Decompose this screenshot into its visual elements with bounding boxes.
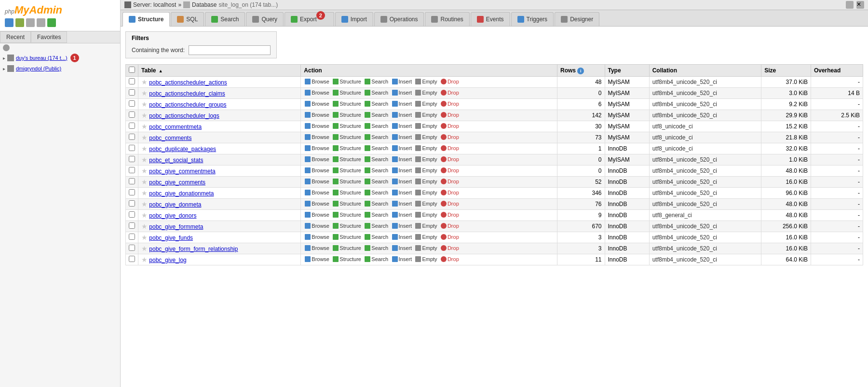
tab-sql[interactable]: SQL [171,12,204,26]
structure-link-5[interactable]: Structure [332,134,362,140]
tab-query[interactable]: Query [246,12,284,26]
table-sort-icon[interactable]: ▲ [159,69,163,73]
table-name-link-13[interactable]: pobc_give_formmeta [149,223,203,230]
sidebar-db-item-1[interactable]: ▸ dmigryndol (Public) [0,64,120,73]
structure-link-13[interactable]: Structure [332,222,362,229]
browse-link-2[interactable]: Browse [304,100,330,107]
drop-link-14[interactable]: Drop [440,234,460,240]
drop-link-0[interactable]: Drop [440,78,460,85]
empty-link-8[interactable]: Empty [414,167,438,174]
search-link-8[interactable]: Search [364,167,389,174]
drop-link-5[interactable]: Drop [440,134,460,140]
insert-link-1[interactable]: Insert [391,89,413,96]
table-name-link-6[interactable]: pobc_duplicate_packages [149,146,216,152]
structure-link-6[interactable]: Structure [332,145,362,152]
row-checkbox-10[interactable] [129,189,135,195]
drop-link-15[interactable]: Drop [440,245,460,251]
select-all-checkbox[interactable] [129,67,135,73]
settings-icon[interactable] [37,18,45,27]
sidebar-db-item-0[interactable]: ▸ duy's bureau (174 t...) 1 [0,52,120,64]
row-checkbox-16[interactable] [129,256,135,262]
drop-link-12[interactable]: Drop [440,211,460,218]
row-checkbox-9[interactable] [129,178,135,184]
structure-link-4[interactable]: Structure [332,123,362,129]
insert-link-2[interactable]: Insert [391,100,413,107]
insert-link-0[interactable]: Insert [391,78,413,85]
favorites-tab[interactable]: Favorites [31,31,67,43]
settings-gear-icon[interactable] [846,1,854,9]
insert-link-7[interactable]: Insert [391,156,413,163]
empty-link-3[interactable]: Empty [414,111,438,118]
star-icon-5[interactable]: ★ [141,134,148,141]
drop-link-6[interactable]: Drop [440,145,460,152]
search-link-3[interactable]: Search [364,111,389,118]
insert-link-10[interactable]: Insert [391,189,413,196]
table-name-link-10[interactable]: pobc_give_donationmeta [149,190,214,197]
rows-info-icon[interactable]: i [577,68,584,74]
home-icon[interactable] [5,18,14,27]
sidebar-db-label-1[interactable]: dmigryndol (Public) [16,66,61,71]
structure-link-12[interactable]: Structure [332,211,362,218]
plugins-icon[interactable] [47,18,56,27]
tab-operations[interactable]: Operations [374,12,424,26]
empty-link-15[interactable]: Empty [414,245,438,251]
browse-link-6[interactable]: Browse [304,145,330,152]
browse-link-9[interactable]: Browse [304,178,330,185]
row-checkbox-5[interactable] [129,134,135,140]
star-icon-9[interactable]: ★ [141,178,148,186]
search-link-11[interactable]: Search [364,200,389,207]
search-link-6[interactable]: Search [364,145,389,152]
search-link-4[interactable]: Search [364,123,389,129]
browse-link-1[interactable]: Browse [304,89,330,96]
star-icon-7[interactable]: ★ [141,156,148,164]
empty-link-0[interactable]: Empty [414,78,438,85]
structure-link-2[interactable]: Structure [332,100,362,107]
empty-link-13[interactable]: Empty [414,222,438,229]
table-name-link-0[interactable]: pobc_actionscheduler_actions [149,79,227,86]
row-checkbox-6[interactable] [129,145,135,151]
browse-link-4[interactable]: Browse [304,123,330,129]
table-name-link-5[interactable]: pobc_comments [149,135,191,141]
row-checkbox-0[interactable] [129,78,135,84]
insert-link-8[interactable]: Insert [391,167,413,174]
row-checkbox-7[interactable] [129,156,135,162]
search-link-1[interactable]: Search [364,89,389,96]
browse-link-12[interactable]: Browse [304,211,330,218]
structure-link-8[interactable]: Structure [332,167,362,174]
row-checkbox-2[interactable] [129,100,135,107]
table-name-link-7[interactable]: pobc_et_social_stats [149,157,203,164]
tab-search[interactable]: Search [205,12,245,26]
star-icon-3[interactable]: ★ [141,111,148,119]
insert-link-9[interactable]: Insert [391,178,413,185]
table-name-link-8[interactable]: pobc_give_commentmeta [149,168,215,175]
empty-link-7[interactable]: Empty [414,156,438,163]
structure-link-10[interactable]: Structure [332,189,362,196]
table-name-link-15[interactable]: pobc_give_form_form_relationship [149,246,238,252]
empty-link-16[interactable]: Empty [414,256,438,263]
browse-link-11[interactable]: Browse [304,200,330,207]
drop-link-16[interactable]: Drop [440,256,460,263]
empty-link-9[interactable]: Empty [414,178,438,185]
insert-link-3[interactable]: Insert [391,111,413,118]
browse-link-5[interactable]: Browse [304,134,330,140]
drop-link-7[interactable]: Drop [440,156,460,163]
insert-link-5[interactable]: Insert [391,134,413,140]
star-icon-12[interactable]: ★ [141,211,148,219]
row-checkbox-1[interactable] [129,89,135,96]
browse-link-8[interactable]: Browse [304,167,330,174]
browse-link-10[interactable]: Browse [304,189,330,196]
drop-link-8[interactable]: Drop [440,167,460,174]
browse-link-3[interactable]: Browse [304,111,330,118]
row-checkbox-8[interactable] [129,167,135,173]
table-name-link-2[interactable]: pobc_actionscheduler_groups [149,101,226,108]
search-link-15[interactable]: Search [364,245,389,251]
empty-link-5[interactable]: Empty [414,134,438,140]
search-link-10[interactable]: Search [364,189,389,196]
search-link-5[interactable]: Search [364,134,389,140]
insert-link-4[interactable]: Insert [391,123,413,129]
table-name-link-11[interactable]: pobc_give_donmeta [149,201,201,208]
browse-link-0[interactable]: Browse [304,78,330,85]
tab-export[interactable]: Export 2 [285,12,334,26]
star-icon-16[interactable]: ★ [141,256,148,263]
tab-triggers[interactable]: Triggers [511,12,554,26]
